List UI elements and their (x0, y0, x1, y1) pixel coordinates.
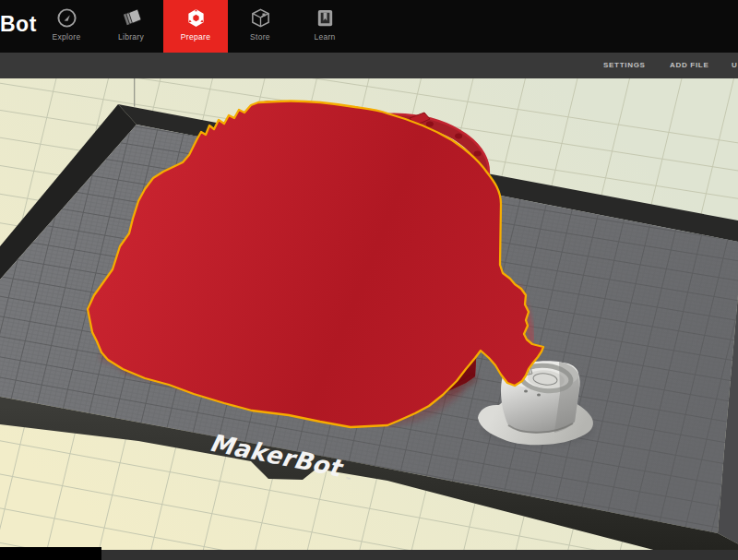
learn-book-icon (315, 7, 336, 29)
status-box (0, 547, 101, 560)
bottom-bar (101, 550, 738, 560)
nav-item-explore[interactable]: Explore (34, 0, 99, 53)
store-cube-icon (250, 7, 271, 29)
action-bar: SETTINGS ADD FILE U (0, 53, 738, 78)
add-file-button[interactable]: ADD FILE (670, 61, 709, 69)
library-books-icon (121, 7, 142, 29)
settings-button[interactable]: SETTINGS (603, 61, 646, 69)
nav-item-library[interactable]: Library (99, 0, 163, 53)
makerbot-logo-partial: Bot (0, 12, 37, 37)
prepare-hexagon-icon (185, 7, 207, 29)
nav-item-store[interactable]: Store (228, 0, 292, 53)
nav-item-learn[interactable]: Learn (292, 0, 357, 53)
top-nav-bar: Bot Explore Library Prepare (0, 0, 738, 53)
main-nav: Explore Library Prepare Store (34, 0, 357, 53)
nav-item-prepare[interactable]: Prepare (163, 0, 228, 53)
clipped-action-button[interactable]: U (732, 61, 737, 69)
explore-compass-icon (56, 7, 77, 29)
viewport-3d[interactable]: MakerBot ™ (0, 78, 738, 560)
